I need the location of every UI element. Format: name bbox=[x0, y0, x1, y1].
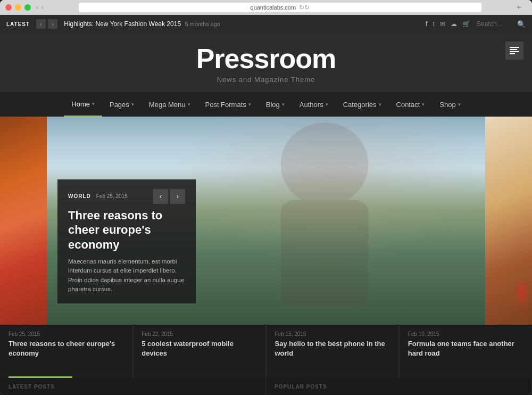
svg-rect-0 bbox=[510, 47, 519, 48]
ticker-next-button[interactable]: › bbox=[48, 19, 57, 29]
add-tab-button[interactable]: + bbox=[517, 3, 521, 12]
hero-main-image: WORLD Feb 25, 2015 ‹ › Three reasons to … bbox=[47, 117, 485, 325]
bottom-item-title-0[interactable]: Three reasons to cheer europe's economy bbox=[9, 339, 124, 358]
svg-rect-3 bbox=[510, 53, 515, 54]
nav-link-postformats[interactable]: Post Formats ▾ bbox=[198, 92, 259, 117]
hero-area: WORLD Feb 25, 2015 ‹ › Three reasons to … bbox=[0, 117, 532, 395]
nav-item-pages: Pages ▾ bbox=[102, 92, 142, 117]
site-title: Pressroom bbox=[0, 45, 532, 72]
hero-title[interactable]: Three reasons to cheer europe's economy bbox=[68, 208, 185, 252]
search-icon[interactable]: 🔍 bbox=[517, 20, 526, 28]
svg-rect-1 bbox=[510, 49, 517, 50]
facebook-icon[interactable]: f bbox=[426, 20, 428, 28]
nav-list: Home ▾ Pages ▾ Mega Menu ▾ bbox=[64, 92, 468, 117]
maximize-dot[interactable] bbox=[24, 4, 31, 11]
footer-col-latest: Latest Posts bbox=[0, 378, 266, 395]
nav-item-shop: Shop ▾ bbox=[432, 92, 468, 117]
hamburger-menu-icon[interactable] bbox=[505, 42, 523, 60]
nav-label-authors: Authors bbox=[300, 101, 323, 109]
nav-link-shop[interactable]: Shop ▾ bbox=[432, 92, 468, 117]
nav-caret-categories: ▾ bbox=[379, 102, 381, 107]
footer-hint-row: Latest Posts Popular Posts bbox=[0, 378, 532, 395]
reload-icon[interactable]: ↻ bbox=[299, 4, 310, 11]
bottom-item-title-2[interactable]: Say hello to the best phone in the world bbox=[275, 339, 390, 358]
nav-item-contact: Contact ▾ bbox=[389, 92, 433, 117]
nav-item-authors: Authors ▾ bbox=[292, 92, 336, 117]
nav-label-shop: Shop bbox=[439, 101, 455, 109]
svg-rect-2 bbox=[510, 51, 519, 52]
nav-link-pages[interactable]: Pages ▾ bbox=[102, 92, 142, 117]
site-subtitle: News and Magazine Theme bbox=[0, 76, 532, 84]
nav-label-pages: Pages bbox=[110, 101, 129, 109]
bottom-item-title-3[interactable]: Formula one teams face another hard road bbox=[408, 339, 523, 358]
footer-col-popular-label: Popular Posts bbox=[275, 384, 327, 390]
nav-link-blog[interactable]: Blog ▾ bbox=[259, 92, 292, 117]
nav-caret-shop: ▾ bbox=[458, 102, 461, 107]
nav-link-authors[interactable]: Authors ▾ bbox=[292, 92, 336, 117]
footer-col-popular: Popular Posts bbox=[266, 378, 532, 395]
email-icon[interactable]: ✉ bbox=[440, 20, 445, 28]
nav-caret-contact: ▾ bbox=[422, 102, 425, 107]
bottom-item-3: Feb 10, 2015 Formula one teams face anot… bbox=[400, 325, 532, 378]
nav-label-megamenu: Mega Menu bbox=[149, 101, 186, 109]
hero-date: Feb 25, 2015 bbox=[96, 193, 128, 199]
hero-overlay: WORLD Feb 25, 2015 ‹ › Three reasons to … bbox=[57, 179, 196, 304]
browser-titlebar: ‹ › quanticalabs.com ↻ + bbox=[0, 0, 532, 15]
bottom-item-date-0: Feb 25, 2015 bbox=[9, 331, 124, 337]
nav-link-megamenu[interactable]: Mega Menu ▾ bbox=[142, 92, 198, 117]
bottom-item-title-1[interactable]: 5 coolest waterproof mobile devices bbox=[142, 339, 257, 358]
nav-caret-blog: ▾ bbox=[282, 102, 285, 107]
ticker-article-title[interactable]: Highlights: New York Fashion Week 2015 bbox=[64, 20, 181, 28]
hero-side-thumb-left bbox=[0, 117, 47, 325]
hero-nav-buttons: ‹ › bbox=[153, 189, 185, 204]
ticker-label: LATEST bbox=[6, 21, 30, 27]
svg-point-4 bbox=[280, 122, 368, 205]
minimize-dot[interactable] bbox=[15, 4, 21, 11]
nav-caret-megamenu: ▾ bbox=[188, 102, 190, 107]
ticker-text: Highlights: New York Fashion Week 2015 5… bbox=[64, 20, 419, 28]
footer-col-latest-label: Latest Posts bbox=[9, 384, 55, 390]
bottom-item-date-2: Feb 15, 2015 bbox=[275, 331, 390, 337]
hero-prev-button[interactable]: ‹ bbox=[153, 189, 168, 204]
twitter-icon[interactable]: t bbox=[433, 20, 435, 28]
address-bar[interactable]: quanticalabs.com ↻ bbox=[79, 3, 481, 12]
nav-item-home: Home ▾ bbox=[64, 92, 102, 117]
nav-caret-authors: ▾ bbox=[326, 102, 328, 107]
site-content: LATEST ‹ › Highlights: New York Fashion … bbox=[0, 15, 532, 395]
hero-side-thumb-right bbox=[485, 117, 532, 325]
browser-frame: ‹ › quanticalabs.com ↻ + LATEST ‹ › High… bbox=[0, 0, 532, 395]
nav-item-postformats: Post Formats ▾ bbox=[198, 92, 259, 117]
bottom-item-date-3: Feb 10, 2015 bbox=[408, 331, 523, 337]
back-button[interactable]: ‹ bbox=[36, 4, 38, 11]
bottom-item-1: Feb 22, 2015 5 coolest waterproof mobile… bbox=[133, 325, 266, 378]
url-text: quanticalabs.com bbox=[251, 4, 296, 11]
nav-item-megamenu: Mega Menu ▾ bbox=[142, 92, 198, 117]
nav-link-categories[interactable]: Categories ▾ bbox=[336, 92, 389, 117]
ticker-search: 🔍 bbox=[477, 20, 526, 28]
nav-label-contact: Contact bbox=[396, 101, 420, 109]
nav-item-categories: Categories ▾ bbox=[336, 92, 389, 117]
cloud-icon[interactable]: ☁ bbox=[451, 20, 457, 28]
hero-slider: WORLD Feb 25, 2015 ‹ › Three reasons to … bbox=[0, 117, 532, 325]
nav-label-categories: Categories bbox=[343, 101, 377, 109]
bottom-item-date-1: Feb 22, 2015 bbox=[142, 331, 257, 337]
close-dot[interactable] bbox=[5, 4, 12, 11]
forward-button[interactable]: › bbox=[41, 4, 44, 11]
ticker-bar: LATEST ‹ › Highlights: New York Fashion … bbox=[0, 15, 532, 33]
nav-item-blog: Blog ▾ bbox=[259, 92, 292, 117]
nav-link-contact[interactable]: Contact ▾ bbox=[389, 92, 433, 117]
hero-next-button[interactable]: › bbox=[170, 189, 185, 204]
ticker-prev-button[interactable]: ‹ bbox=[36, 19, 46, 29]
nav-label-blog: Blog bbox=[266, 101, 280, 109]
search-input[interactable] bbox=[477, 20, 514, 28]
ticker-nav: ‹ › bbox=[36, 19, 57, 29]
cart-icon[interactable]: 🛒 bbox=[462, 20, 470, 28]
hero-excerpt: Maecenas mauris elementum, est morbi int… bbox=[68, 257, 185, 294]
ticker-social-icons: f t ✉ ☁ 🛒 bbox=[426, 20, 470, 28]
hero-category: WORLD bbox=[68, 193, 91, 199]
nav-label-postformats: Post Formats bbox=[205, 101, 246, 109]
hero-meta: WORLD Feb 25, 2015 ‹ › bbox=[68, 189, 185, 204]
nav-caret-home: ▾ bbox=[92, 101, 95, 106]
bottom-strip: Feb 25, 2015 Three reasons to cheer euro… bbox=[0, 325, 532, 378]
nav-link-home[interactable]: Home ▾ bbox=[64, 92, 102, 117]
